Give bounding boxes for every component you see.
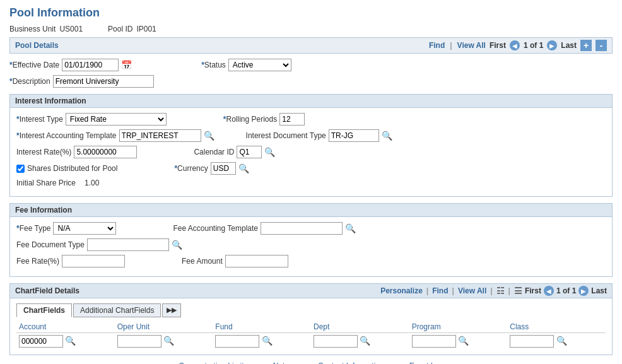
notes-link[interactable]: Notes <box>273 361 293 364</box>
personalize-link[interactable]: Personalize <box>380 286 423 295</box>
interest-doc-type-input[interactable] <box>329 129 379 142</box>
tab-chartfields[interactable]: ChartFields <box>16 303 72 317</box>
fee-doc-type-field: Fee Document Type 🔍 <box>16 238 182 251</box>
status-select[interactable]: Active Inactive <box>228 59 291 71</box>
grid-view-icon[interactable]: ☷ <box>496 286 505 296</box>
interest-type-select[interactable]: Fixed Rate Variable Rate <box>66 113 167 126</box>
status-label: *Status <box>201 61 226 69</box>
effective-date-row: *Effective Date 📅 *Status Active Inactiv… <box>9 59 613 71</box>
page-title: Pool Information <box>9 6 613 20</box>
class-input[interactable] <box>510 335 554 348</box>
interest-doc-type-label: Interest Document Type <box>246 131 326 140</box>
shares-distributed-field: Shares Distributed for Pool <box>16 164 117 173</box>
account-input[interactable] <box>19 335 63 348</box>
effective-date-input[interactable] <box>62 59 119 71</box>
fee-doc-type-label: Fee Document Type <box>16 240 85 249</box>
fee-amount-field: Fee Amount <box>182 255 288 267</box>
add-row-btn[interactable]: + <box>580 40 592 51</box>
fee-acct-lookup-icon[interactable]: 🔍 <box>345 223 356 233</box>
pool-details-body: *Effective Date 📅 *Status Active Inactiv… <box>9 59 613 88</box>
program-lookup-icon[interactable]: 🔍 <box>458 336 469 346</box>
interest-acct-template-input[interactable] <box>119 129 201 142</box>
fund-lookup-icon[interactable]: 🔍 <box>262 336 273 346</box>
footer-links: Concentration Limits Notes Contact Infor… <box>9 361 613 364</box>
initial-share-price-label: Initial Share Price <box>16 179 76 187</box>
pool-id-label: Pool ID <box>108 25 132 33</box>
fee-acct-template-field: Fee Accounting Template 🔍 <box>173 222 356 235</box>
fee-amount-label: Fee Amount <box>182 257 223 266</box>
chartfield-view-all-link[interactable]: View All <box>458 286 486 295</box>
oper-unit-input[interactable] <box>117 335 161 348</box>
contact-information-link[interactable]: Contact Information <box>318 361 384 364</box>
fee-amount-input[interactable] <box>225 255 288 267</box>
fee-doc-lookup-icon[interactable]: 🔍 <box>172 240 182 250</box>
fee-type-select[interactable]: N/A Fixed Variable <box>53 222 116 235</box>
interest-rate-input[interactable] <box>74 146 137 158</box>
interest-type-field: *Interest Type Fixed Rate Variable Rate <box>16 113 167 126</box>
chartfield-table: Account Oper Unit Fund Dept Program Clas… <box>16 321 606 349</box>
rolling-periods-input[interactable] <box>279 113 305 126</box>
cell-program: 🔍 <box>409 333 508 350</box>
fee-type-label: *Fee Type <box>16 224 50 233</box>
business-unit-label: Business Unit <box>9 25 56 33</box>
tab-icon[interactable]: ▶▶ <box>162 303 181 317</box>
program-input[interactable] <box>412 335 456 348</box>
col-dept: Dept <box>311 321 409 333</box>
oper-unit-lookup-icon[interactable]: 🔍 <box>163 336 174 346</box>
fund-input[interactable] <box>215 335 259 348</box>
description-input[interactable] <box>53 75 154 88</box>
dept-lookup-icon[interactable]: 🔍 <box>360 336 370 346</box>
calendar-icon[interactable]: 📅 <box>121 60 132 70</box>
cell-account: 🔍 <box>16 333 115 350</box>
cell-class: 🔍 <box>507 333 606 350</box>
event-log-link[interactable]: Event Log <box>409 361 443 364</box>
fee-rate-input[interactable] <box>62 255 125 267</box>
shares-distributed-label: Shares Distributed for Pool <box>27 164 117 173</box>
view-all-link[interactable]: View All <box>457 41 486 50</box>
chartfield-section-header: ChartField Details Personalize | Find | … <box>10 284 612 298</box>
description-field: *Description <box>9 75 154 88</box>
calendar-id-input[interactable] <box>237 146 262 158</box>
currency-label: *Currency <box>174 164 208 173</box>
currency-input[interactable] <box>211 162 236 175</box>
fee-section-label: Fee Information <box>15 206 72 214</box>
col-class: Class <box>507 321 606 333</box>
tab-additional-chartfields[interactable]: Additional ChartFields <box>73 303 161 317</box>
chartfield-controls: Personalize | Find | View All | ☷ | ☰ Fi… <box>380 286 607 296</box>
find-link[interactable]: Find <box>429 41 445 50</box>
description-row: *Description <box>9 75 613 88</box>
calendar-lookup-icon[interactable]: 🔍 <box>264 147 275 157</box>
chartfield-nav-info: 1 of 1 <box>556 286 576 295</box>
cell-dept: 🔍 <box>311 333 409 350</box>
chartfield-section-body: ChartFields Additional ChartFields ▶▶ Ac… <box>10 298 612 355</box>
next-nav-btn[interactable]: ▶ <box>547 40 557 50</box>
interest-section-body: *Interest Type Fixed Rate Variable Rate … <box>10 108 612 196</box>
first-label: First <box>490 41 506 50</box>
fee-doc-type-input[interactable] <box>87 238 169 251</box>
account-lookup-icon[interactable]: 🔍 <box>65 336 76 346</box>
prev-nav-btn[interactable]: ◀ <box>510 40 520 50</box>
cell-oper-unit: 🔍 <box>115 333 213 350</box>
shares-distributed-checkbox[interactable] <box>16 165 25 173</box>
interest-section-label: Interest Information <box>15 97 86 105</box>
interest-doc-lookup-icon[interactable]: 🔍 <box>382 131 392 141</box>
class-lookup-icon[interactable]: 🔍 <box>556 336 567 346</box>
currency-lookup-icon[interactable]: 🔍 <box>238 163 249 173</box>
fee-rate-label: Fee Rate(%) <box>16 257 59 266</box>
pool-details-label: Pool Details <box>15 41 59 50</box>
chartfield-find-link[interactable]: Find <box>432 286 448 295</box>
col-account: Account <box>16 321 115 333</box>
rolling-periods-label: *Rolling Periods <box>223 115 277 124</box>
interest-acct-lookup-icon[interactable]: 🔍 <box>204 131 214 141</box>
fee-acct-template-input[interactable] <box>261 222 343 235</box>
interest-rate-row: Interest Rate(%) Calendar ID 🔍 <box>16 146 606 158</box>
del-row-btn[interactable]: - <box>596 40 607 51</box>
chartfield-next-btn[interactable]: ▶ <box>578 286 589 296</box>
last-label: Last <box>561 41 577 50</box>
table-view-icon[interactable]: ☰ <box>514 286 522 296</box>
concentration-limits-link[interactable]: Concentration Limits <box>179 361 247 364</box>
col-oper-unit: Oper Unit <box>115 321 213 333</box>
chartfield-prev-btn[interactable]: ◀ <box>544 286 554 296</box>
dept-input[interactable] <box>314 335 358 348</box>
pool-id-field: Pool ID IP001 <box>108 25 156 33</box>
